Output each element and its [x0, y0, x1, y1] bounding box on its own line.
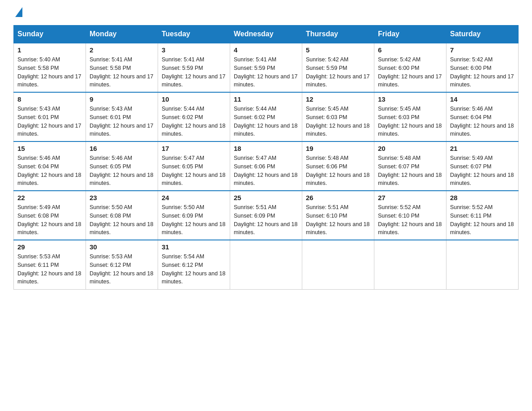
calendar-cell: 23 Sunrise: 5:50 AMSunset: 6:08 PMDaylig…: [86, 191, 158, 240]
calendar-cell: 20 Sunrise: 5:48 AMSunset: 6:07 PMDaylig…: [374, 141, 446, 191]
day-number: 30: [90, 243, 154, 251]
day-number: 8: [17, 95, 82, 103]
calendar-cell: 4 Sunrise: 5:41 AMSunset: 5:59 PMDayligh…: [230, 43, 302, 92]
calendar-cell: 22 Sunrise: 5:49 AMSunset: 6:08 PMDaylig…: [14, 191, 86, 240]
day-number: 16: [90, 145, 154, 152]
calendar-cell: [230, 240, 302, 289]
week-row-4: 22 Sunrise: 5:49 AMSunset: 6:08 PMDaylig…: [14, 191, 519, 240]
calendar-cell: 24 Sunrise: 5:50 AMSunset: 6:09 PMDaylig…: [158, 191, 230, 240]
day-number: 23: [90, 194, 154, 201]
day-info: Sunrise: 5:52 AMSunset: 6:11 PMDaylight:…: [450, 203, 515, 237]
header-saturday: Saturday: [446, 26, 519, 43]
header-wednesday: Wednesday: [230, 26, 302, 43]
header-monday: Monday: [86, 26, 158, 43]
week-row-2: 8 Sunrise: 5:43 AMSunset: 6:01 PMDayligh…: [14, 92, 519, 141]
day-info: Sunrise: 5:48 AMSunset: 6:07 PMDaylight:…: [378, 154, 442, 188]
day-number: 31: [162, 243, 226, 251]
calendar-cell: 18 Sunrise: 5:47 AMSunset: 6:06 PMDaylig…: [230, 141, 302, 191]
header-row: SundayMondayTuesdayWednesdayThursdayFrid…: [14, 26, 519, 43]
day-info: Sunrise: 5:51 AMSunset: 6:10 PMDaylight:…: [306, 203, 370, 237]
day-number: 11: [234, 95, 298, 103]
day-info: Sunrise: 5:42 AMSunset: 6:00 PMDaylight:…: [450, 56, 515, 89]
day-number: 10: [162, 95, 226, 103]
calendar-cell: 3 Sunrise: 5:41 AMSunset: 5:59 PMDayligh…: [158, 43, 230, 92]
calendar-cell: 2 Sunrise: 5:41 AMSunset: 5:58 PMDayligh…: [86, 43, 158, 92]
calendar-cell: 29 Sunrise: 5:53 AMSunset: 6:11 PMDaylig…: [14, 240, 86, 289]
day-number: 29: [17, 243, 82, 251]
day-info: Sunrise: 5:52 AMSunset: 6:10 PMDaylight:…: [378, 203, 442, 237]
week-row-3: 15 Sunrise: 5:46 AMSunset: 6:04 PMDaylig…: [14, 141, 519, 191]
logo-triangle-icon: [15, 7, 22, 17]
day-number: 27: [378, 194, 442, 201]
day-info: Sunrise: 5:50 AMSunset: 6:08 PMDaylight:…: [90, 203, 154, 237]
day-info: Sunrise: 5:50 AMSunset: 6:09 PMDaylight:…: [162, 203, 226, 237]
day-info: Sunrise: 5:53 AMSunset: 6:12 PMDaylight:…: [90, 253, 154, 286]
week-row-5: 29 Sunrise: 5:53 AMSunset: 6:11 PMDaylig…: [14, 240, 519, 289]
day-number: 15: [17, 145, 82, 152]
day-number: 9: [90, 95, 154, 103]
day-info: Sunrise: 5:43 AMSunset: 6:01 PMDaylight:…: [17, 105, 82, 138]
day-info: Sunrise: 5:46 AMSunset: 6:05 PMDaylight:…: [90, 154, 154, 188]
day-number: 14: [450, 95, 515, 103]
day-info: Sunrise: 5:53 AMSunset: 6:11 PMDaylight:…: [17, 253, 82, 286]
day-info: Sunrise: 5:44 AMSunset: 6:02 PMDaylight:…: [234, 105, 298, 138]
calendar-cell: 12 Sunrise: 5:45 AMSunset: 6:03 PMDaylig…: [302, 92, 374, 141]
calendar-cell: [374, 240, 446, 289]
day-info: Sunrise: 5:46 AMSunset: 6:04 PMDaylight:…: [450, 105, 515, 138]
calendar-cell: 15 Sunrise: 5:46 AMSunset: 6:04 PMDaylig…: [14, 141, 86, 191]
day-number: 7: [450, 46, 515, 54]
day-number: 13: [378, 95, 442, 103]
calendar-cell: [302, 240, 374, 289]
day-number: 6: [378, 46, 442, 54]
day-info: Sunrise: 5:48 AMSunset: 6:06 PMDaylight:…: [306, 154, 370, 188]
calendar-cell: 30 Sunrise: 5:53 AMSunset: 6:12 PMDaylig…: [86, 240, 158, 289]
calendar-cell: 28 Sunrise: 5:52 AMSunset: 6:11 PMDaylig…: [446, 191, 519, 240]
day-number: 3: [162, 46, 226, 54]
day-info: Sunrise: 5:44 AMSunset: 6:02 PMDaylight:…: [162, 105, 226, 138]
logo: [13, 9, 22, 16]
header-thursday: Thursday: [302, 26, 374, 43]
day-info: Sunrise: 5:47 AMSunset: 6:05 PMDaylight:…: [162, 154, 226, 188]
calendar-cell: 26 Sunrise: 5:51 AMSunset: 6:10 PMDaylig…: [302, 191, 374, 240]
day-number: 20: [378, 145, 442, 152]
day-number: 25: [234, 194, 298, 201]
calendar-cell: 21 Sunrise: 5:49 AMSunset: 6:07 PMDaylig…: [446, 141, 519, 191]
calendar-cell: 31 Sunrise: 5:54 AMSunset: 6:12 PMDaylig…: [158, 240, 230, 289]
calendar-cell: 5 Sunrise: 5:42 AMSunset: 5:59 PMDayligh…: [302, 43, 374, 92]
day-info: Sunrise: 5:41 AMSunset: 5:59 PMDaylight:…: [162, 56, 226, 89]
day-info: Sunrise: 5:42 AMSunset: 5:59 PMDaylight:…: [306, 56, 370, 89]
calendar-cell: 16 Sunrise: 5:46 AMSunset: 6:05 PMDaylig…: [86, 141, 158, 191]
calendar-cell: 17 Sunrise: 5:47 AMSunset: 6:05 PMDaylig…: [158, 141, 230, 191]
week-row-1: 1 Sunrise: 5:40 AMSunset: 5:58 PMDayligh…: [14, 43, 519, 92]
day-number: 4: [234, 46, 298, 54]
day-info: Sunrise: 5:49 AMSunset: 6:07 PMDaylight:…: [450, 154, 515, 188]
day-info: Sunrise: 5:49 AMSunset: 6:08 PMDaylight:…: [17, 203, 82, 237]
day-number: 2: [90, 46, 154, 54]
calendar-cell: 1 Sunrise: 5:40 AMSunset: 5:58 PMDayligh…: [14, 43, 86, 92]
day-number: 26: [306, 194, 370, 201]
day-info: Sunrise: 5:45 AMSunset: 6:03 PMDaylight:…: [378, 105, 442, 138]
day-number: 1: [17, 46, 82, 54]
day-number: 12: [306, 95, 370, 103]
day-info: Sunrise: 5:41 AMSunset: 5:58 PMDaylight:…: [90, 56, 154, 89]
day-number: 21: [450, 145, 515, 152]
day-number: 22: [17, 194, 82, 201]
calendar-cell: 27 Sunrise: 5:52 AMSunset: 6:10 PMDaylig…: [374, 191, 446, 240]
calendar-cell: 10 Sunrise: 5:44 AMSunset: 6:02 PMDaylig…: [158, 92, 230, 141]
calendar-cell: 11 Sunrise: 5:44 AMSunset: 6:02 PMDaylig…: [230, 92, 302, 141]
calendar-table: SundayMondayTuesdayWednesdayThursdayFrid…: [13, 25, 519, 290]
day-info: Sunrise: 5:54 AMSunset: 6:12 PMDaylight:…: [162, 253, 226, 286]
calendar-cell: 19 Sunrise: 5:48 AMSunset: 6:06 PMDaylig…: [302, 141, 374, 191]
day-info: Sunrise: 5:47 AMSunset: 6:06 PMDaylight:…: [234, 154, 298, 188]
day-number: 19: [306, 145, 370, 152]
page-header: [13, 9, 519, 16]
day-number: 5: [306, 46, 370, 54]
day-info: Sunrise: 5:42 AMSunset: 6:00 PMDaylight:…: [378, 56, 442, 89]
day-number: 28: [450, 194, 515, 201]
day-info: Sunrise: 5:40 AMSunset: 5:58 PMDaylight:…: [17, 56, 82, 89]
calendar-cell: 9 Sunrise: 5:43 AMSunset: 6:01 PMDayligh…: [86, 92, 158, 141]
header-tuesday: Tuesday: [158, 26, 230, 43]
calendar-cell: 7 Sunrise: 5:42 AMSunset: 6:00 PMDayligh…: [446, 43, 519, 92]
header-friday: Friday: [374, 26, 446, 43]
day-info: Sunrise: 5:41 AMSunset: 5:59 PMDaylight:…: [234, 56, 298, 89]
